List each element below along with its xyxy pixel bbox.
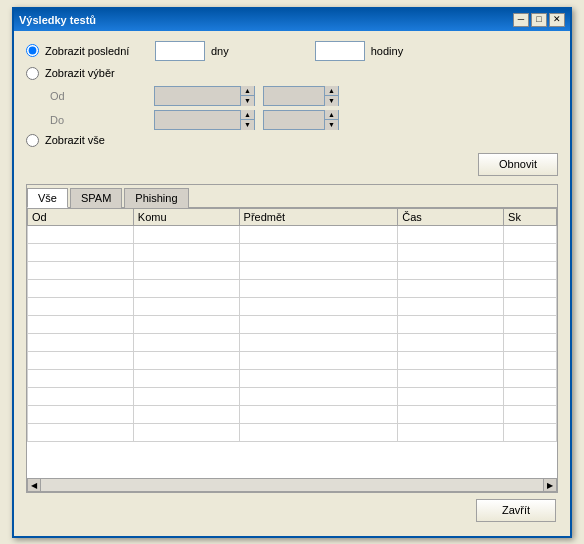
from-date-up-btn[interactable]: ▲: [241, 86, 254, 97]
table-row: [28, 405, 557, 423]
radio-selection[interactable]: [26, 67, 39, 80]
to-date-input-wrap: 8.10.2009 ▲ ▼: [154, 110, 255, 130]
tab-spam[interactable]: SPAM: [70, 188, 122, 208]
to-time-spin: ▲ ▼: [324, 110, 338, 130]
to-date-input[interactable]: 8.10.2009: [155, 113, 240, 127]
close-button[interactable]: ✕: [549, 13, 565, 27]
radio-row-last: Zobrazit poslední 2 dny 0 hodiny: [26, 41, 558, 61]
scroll-right-btn[interactable]: ▶: [543, 478, 557, 492]
main-window: Výsledky testů ─ □ ✕ Zobrazit poslední 2…: [12, 7, 572, 538]
from-time-input-wrap: 14:55:52 ▲ ▼: [263, 86, 339, 106]
results-table: Od Komu Předmět Čas Sk: [27, 208, 557, 442]
hours-unit-label: hodiny: [371, 45, 403, 57]
last-controls: 2 dny 0 hodiny: [155, 41, 403, 61]
to-label: Do: [50, 114, 80, 126]
col-sk: Sk: [504, 208, 557, 225]
days-unit-label: dny: [211, 45, 229, 57]
radio-selection-label: Zobrazit výběr: [45, 67, 145, 79]
table-header-row: Od Komu Předmět Čas Sk: [28, 208, 557, 225]
radio-all[interactable]: [26, 134, 39, 147]
title-bar: Výsledky testů ─ □ ✕: [14, 9, 570, 31]
to-date-wrap: 8.10.2009 ▲ ▼: [154, 110, 255, 130]
tabs-header: Vše SPAM Phishing: [27, 185, 557, 208]
scroll-left-btn[interactable]: ◀: [27, 478, 41, 492]
to-date-spin: ▲ ▼: [240, 110, 254, 130]
minimize-button[interactable]: ─: [513, 13, 529, 27]
to-time-up-btn[interactable]: ▲: [325, 110, 338, 121]
from-time-down-btn[interactable]: ▼: [325, 96, 338, 106]
to-time-down-btn[interactable]: ▼: [325, 120, 338, 130]
from-date-input[interactable]: 7.10.2009: [155, 89, 240, 103]
to-date-down-btn[interactable]: ▼: [241, 120, 254, 130]
table-row: [28, 243, 557, 261]
from-date-wrap: 7.10.2009 ▲ ▼: [154, 86, 255, 106]
from-time-input[interactable]: 14:55:52: [264, 89, 324, 103]
col-od: Od: [28, 208, 134, 225]
hours-input[interactable]: 0: [315, 41, 365, 61]
table-wrapper[interactable]: Od Komu Předmět Čas Sk: [27, 208, 557, 478]
from-time-up-btn[interactable]: ▲: [325, 86, 338, 97]
tab-phishing[interactable]: Phishing: [124, 188, 188, 208]
col-cas: Čas: [398, 208, 504, 225]
from-row: Od 7.10.2009 ▲ ▼ 14:55:52 ▲ ▼: [50, 86, 558, 106]
obnovit-button[interactable]: Obnovit: [478, 153, 558, 176]
from-time-spin: ▲ ▼: [324, 86, 338, 106]
table-row: [28, 315, 557, 333]
table-row: [28, 297, 557, 315]
to-row: Do 8.10.2009 ▲ ▼ 14:55:52 ▲ ▼: [50, 110, 558, 130]
maximize-button[interactable]: □: [531, 13, 547, 27]
footer-row: Zavřít: [26, 493, 558, 526]
scrollbar-track[interactable]: [41, 478, 543, 492]
from-date-input-wrap: 7.10.2009 ▲ ▼: [154, 86, 255, 106]
radio-row-selection: Zobrazit výběr: [26, 67, 558, 80]
table-row: [28, 369, 557, 387]
table-row: [28, 261, 557, 279]
title-bar-buttons: ─ □ ✕: [513, 13, 565, 27]
table-row: [28, 351, 557, 369]
to-time-input[interactable]: 14:55:52: [264, 113, 324, 127]
radio-last[interactable]: [26, 44, 39, 57]
from-label: Od: [50, 90, 80, 102]
table-row: [28, 225, 557, 243]
to-date-up-btn[interactable]: ▲: [241, 110, 254, 121]
table-row: [28, 387, 557, 405]
from-date-down-btn[interactable]: ▼: [241, 96, 254, 106]
tab-all[interactable]: Vše: [27, 188, 68, 208]
radio-row-all: Zobrazit vše: [26, 134, 558, 147]
to-time-input-wrap: 14:55:52 ▲ ▼: [263, 110, 339, 130]
table-row: [28, 423, 557, 441]
window-title: Výsledky testů: [19, 14, 96, 26]
radio-all-label: Zobrazit vše: [45, 134, 145, 146]
table-row: [28, 279, 557, 297]
obnovit-row: Obnovit: [26, 153, 558, 176]
zavrit-button[interactable]: Zavřít: [476, 499, 556, 522]
horizontal-scrollbar[interactable]: ◀ ▶: [27, 478, 557, 492]
content-area: Zobrazit poslední 2 dny 0 hodiny Zobrazi…: [14, 31, 570, 536]
table-row: [28, 333, 557, 351]
table-container: Od Komu Předmět Čas Sk: [27, 208, 557, 492]
from-date-spin: ▲ ▼: [240, 86, 254, 106]
col-predmet: Předmět: [239, 208, 398, 225]
days-input[interactable]: 2: [155, 41, 205, 61]
col-komu: Komu: [133, 208, 239, 225]
radio-last-label: Zobrazit poslední: [45, 45, 145, 57]
tabs-container: Vše SPAM Phishing Od Komu Předmět Čas Sk: [26, 184, 558, 493]
